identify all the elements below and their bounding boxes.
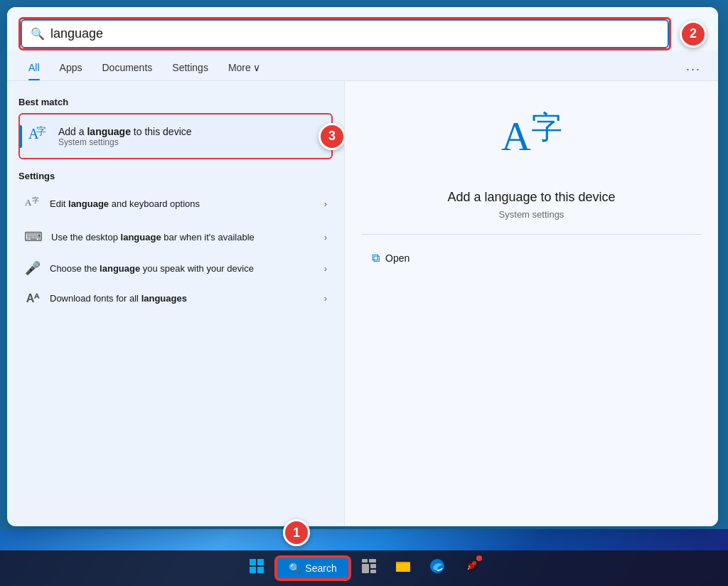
search-label-taskbar: Search — [305, 563, 336, 574]
tab-more[interactable]: More ∨ — [218, 58, 270, 80]
microphone-icon: 🎤 — [24, 260, 41, 276]
search-input[interactable] — [50, 26, 659, 41]
svg-rect-8 — [250, 567, 256, 573]
best-match-text: Add a language to this device System set… — [58, 126, 192, 147]
keyboard-icon: ⌨ — [24, 229, 43, 245]
open-label: Open — [385, 252, 410, 264]
search-bar-area: 🔍 2 — [7, 7, 718, 50]
chevron-right-icon-3: › — [324, 263, 327, 274]
best-match-title: Add a language to this device — [58, 126, 192, 137]
tab-documents[interactable]: Documents — [92, 58, 162, 80]
best-match-item[interactable]: A 字 Add a language to this device System… — [18, 113, 333, 159]
settings-item-download-fonts[interactable]: Aᴬ Download fonts for all languages › — [18, 284, 333, 312]
left-panel: Best match A 字 Add a language to this de… — [7, 81, 345, 526]
tab-more-label: More — [228, 62, 251, 73]
open-button[interactable]: ⧉ Open — [362, 246, 419, 270]
svg-text:字: 字 — [531, 110, 562, 144]
search-icon: 🔍 — [31, 27, 45, 41]
notification-dot — [476, 555, 482, 561]
best-match-subtitle: System settings — [58, 137, 192, 147]
search-input-box: 🔍 — [18, 17, 671, 50]
step-2-circle: 2 — [680, 21, 707, 48]
right-panel: A 字 Add a language to this device System… — [345, 81, 718, 526]
search-bar-row: 🔍 2 — [18, 17, 707, 50]
svg-point-21 — [472, 561, 476, 565]
svg-rect-9 — [257, 567, 264, 573]
settings-item-speak-language[interactable]: 🎤 Choose the language you speak with you… — [18, 253, 333, 283]
svg-text:A: A — [25, 197, 32, 208]
svg-rect-13 — [370, 564, 376, 568]
file-explorer-icon — [395, 558, 411, 578]
language-icon: A 字 — [27, 123, 48, 149]
fonts-icon: Aᴬ — [24, 292, 41, 305]
chevron-right-icon-2: › — [324, 232, 327, 243]
svg-rect-16 — [396, 563, 410, 572]
settings-list: A 字 Edit language and keyboard options ›… — [18, 187, 333, 312]
media-icon: ♪ — [464, 558, 479, 578]
svg-text:字: 字 — [32, 196, 39, 204]
search-input-wrapper: 🔍 — [21, 19, 669, 48]
tab-apps[interactable]: Apps — [50, 58, 92, 80]
settings-item-language-bar[interactable]: ⌨ Use the desktop language bar when it's… — [18, 222, 333, 252]
svg-text:A: A — [501, 113, 531, 159]
svg-text:♪: ♪ — [467, 563, 471, 571]
left-accent — [20, 125, 22, 148]
svg-rect-17 — [396, 562, 402, 564]
svg-rect-10 — [362, 559, 368, 563]
right-panel-divider — [362, 234, 701, 235]
right-panel-subtitle: System settings — [499, 209, 564, 220]
windows-icon — [249, 558, 264, 578]
step-1-circle: 1 — [283, 519, 310, 546]
search-icon-taskbar: 🔍 — [289, 563, 301, 574]
language-keyboard-icon: A 字 — [24, 194, 41, 213]
settings-section-label: Settings — [18, 171, 333, 181]
settings-item-text-3: Choose the language you speak with your … — [50, 263, 324, 274]
svg-rect-12 — [362, 564, 369, 573]
step-3-circle: 3 — [318, 123, 345, 150]
media-button[interactable]: ♪ — [456, 554, 486, 582]
svg-text:字: 字 — [36, 126, 46, 137]
taskbar: 🔍 Search — [0, 550, 728, 586]
tabs-area: All Apps Documents Settings More ∨ ··· — [7, 50, 718, 81]
tab-all[interactable]: All — [18, 58, 50, 80]
file-explorer-button[interactable] — [388, 554, 418, 582]
edge-button[interactable] — [422, 554, 452, 582]
settings-item-edit-language[interactable]: A 字 Edit language and keyboard options › — [18, 187, 333, 220]
start-button[interactable] — [242, 554, 272, 582]
tab-settings[interactable]: Settings — [162, 58, 218, 80]
svg-rect-14 — [370, 570, 376, 573]
main-content: Best match A 字 Add a language to this de… — [7, 81, 718, 526]
chevron-down-icon: ∨ — [253, 62, 260, 73]
svg-rect-11 — [369, 559, 376, 563]
right-panel-icon: A 字 — [500, 104, 564, 176]
taskbar-search-button[interactable]: 🔍 Search — [276, 557, 349, 580]
task-view-icon — [361, 558, 377, 578]
settings-item-text-2: Use the desktop language bar when it's a… — [51, 232, 324, 243]
search-panel: 🔍 2 All Apps Documents Settings More ∨ ·… — [7, 7, 718, 526]
settings-item-text-1: Edit language and keyboard options — [50, 198, 324, 209]
task-view-button[interactable] — [354, 554, 384, 582]
svg-rect-7 — [257, 559, 264, 565]
right-panel-title: Add a language to this device — [447, 190, 615, 205]
chevron-right-icon-1: › — [324, 198, 327, 209]
tabs-more-dots[interactable]: ··· — [680, 62, 707, 77]
edge-icon — [429, 558, 445, 578]
svg-rect-6 — [250, 559, 256, 565]
chevron-right-icon-4: › — [324, 293, 327, 304]
best-match-label: Best match — [18, 97, 333, 107]
external-link-icon: ⧉ — [372, 252, 380, 265]
settings-item-text-4: Download fonts for all languages — [50, 293, 324, 304]
